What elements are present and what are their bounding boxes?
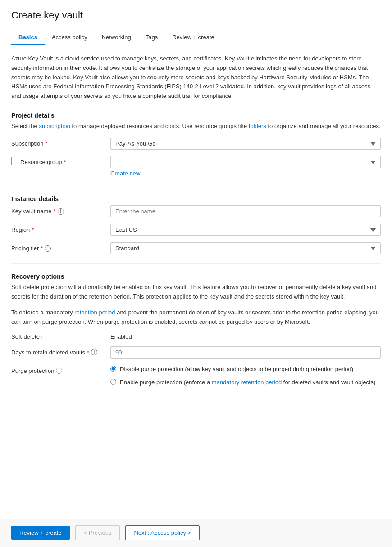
pricing-tier-control: Standard Premium: [110, 242, 381, 254]
tab-access-policy[interactable]: Access policy: [45, 30, 95, 45]
key-vault-name-control: [110, 205, 381, 217]
project-details-section: Project details Select the subscription …: [11, 112, 381, 177]
project-details-description: Select the subscription to manage deploy…: [11, 122, 381, 131]
tab-bar: Basics Access policy Networking Tags Rev…: [11, 30, 381, 45]
purge-enable-option[interactable]: Enable purge protection (enforce a manda…: [110, 378, 381, 387]
purge-enable-radio[interactable]: [110, 379, 116, 385]
subscription-row: Subscription * Pay-As-You-Go: [11, 138, 381, 150]
instance-details-section: Instance details Key vault name * i Regi…: [11, 195, 381, 254]
resource-group-label: Resource group: [20, 159, 62, 165]
pricing-tier-info-icon[interactable]: i: [45, 245, 51, 252]
intro-description: Azure Key Vault is a cloud service used …: [11, 54, 381, 101]
tab-basics[interactable]: Basics: [11, 30, 45, 45]
region-label: Region *: [11, 224, 110, 233]
pricing-tier-select[interactable]: Standard Premium: [110, 242, 381, 254]
instance-details-title: Instance details: [11, 195, 381, 202]
subscription-select[interactable]: Pay-As-You-Go: [110, 138, 381, 150]
purge-disable-radio[interactable]: [110, 366, 116, 372]
resource-group-control: Create new: [110, 156, 381, 177]
divider-1: [11, 186, 381, 186]
purge-disable-option[interactable]: Disable purge protection (allow key vaul…: [110, 365, 381, 374]
recovery-options-title: Recovery options: [11, 273, 381, 280]
recovery-options-section: Recovery options Soft delete protection …: [11, 273, 381, 386]
footer-bar: Review + create < Previous Next : Access…: [0, 519, 392, 547]
key-vault-name-row: Key vault name * i: [11, 205, 381, 217]
soft-delete-desc: Soft delete protection will automaticall…: [11, 283, 381, 302]
purge-protection-info-icon[interactable]: i: [56, 368, 62, 374]
indent-line: [11, 157, 17, 165]
days-retain-required: *: [87, 349, 89, 356]
tab-review-create[interactable]: Review + create: [165, 30, 222, 45]
purge-protection-desc: To enforce a mandatory retention period …: [11, 308, 381, 327]
purge-protection-row: Purge protection i Disable purge protect…: [11, 365, 381, 387]
page-title: Create key vault: [11, 9, 381, 21]
tab-tags[interactable]: Tags: [138, 30, 165, 45]
resource-group-select[interactable]: [110, 156, 381, 168]
pricing-tier-required: *: [41, 245, 43, 252]
region-control: East US East US 2 West US West US 2 Cent…: [110, 224, 381, 236]
resource-group-label-wrap: Resource group *: [11, 156, 110, 165]
days-retain-row: Days to retain deleted vaults * i: [11, 346, 381, 359]
soft-delete-value: Enabled: [110, 333, 132, 340]
key-vault-name-input[interactable]: [110, 205, 381, 217]
pricing-tier-label: Pricing tier * i: [11, 242, 110, 252]
subscription-control: Pay-As-You-Go: [110, 138, 381, 150]
days-retain-input[interactable]: [110, 346, 381, 359]
key-vault-name-required: *: [54, 208, 56, 215]
pricing-tier-row: Pricing tier * i Standard Premium: [11, 242, 381, 254]
divider-2: [11, 263, 381, 264]
soft-delete-info-icon[interactable]: i: [41, 333, 43, 340]
subscription-required: *: [46, 140, 48, 147]
days-retain-info-icon[interactable]: i: [91, 349, 97, 355]
subscription-label: Subscription *: [11, 138, 110, 147]
tab-networking[interactable]: Networking: [95, 30, 138, 45]
region-select[interactable]: East US East US 2 West US West US 2 Cent…: [110, 224, 381, 236]
days-retain-label: Days to retain deleted vaults * i: [11, 346, 110, 356]
soft-delete-row: Soft-delete i Enabled: [11, 333, 381, 340]
previous-button[interactable]: < Previous: [75, 525, 120, 540]
days-retain-control: [110, 346, 381, 359]
review-create-button[interactable]: Review + create: [11, 526, 70, 540]
region-row: Region * East US East US 2 West US West …: [11, 224, 381, 236]
key-vault-name-label: Key vault name * i: [11, 205, 110, 215]
soft-delete-label: Soft-delete i: [11, 333, 110, 340]
key-vault-name-info-icon[interactable]: i: [58, 208, 64, 215]
region-required: *: [32, 226, 34, 233]
purge-disable-label: Disable purge protection (allow key vaul…: [120, 365, 353, 374]
project-details-title: Project details: [11, 112, 381, 119]
resource-group-row: Resource group * Create new: [11, 156, 381, 177]
resource-group-required: *: [64, 159, 66, 165]
next-button[interactable]: Next : Access policy >: [125, 525, 200, 540]
purge-protection-label: Purge protection i: [11, 365, 110, 374]
purge-protection-control: Disable purge protection (allow key vaul…: [110, 365, 381, 387]
purge-enable-label: Enable purge protection (enforce a manda…: [120, 378, 375, 387]
resource-group-indent: Resource group *: [11, 159, 66, 165]
purge-protection-radio-group: Disable purge protection (allow key vaul…: [110, 365, 381, 387]
create-new-link[interactable]: Create new: [110, 170, 140, 177]
